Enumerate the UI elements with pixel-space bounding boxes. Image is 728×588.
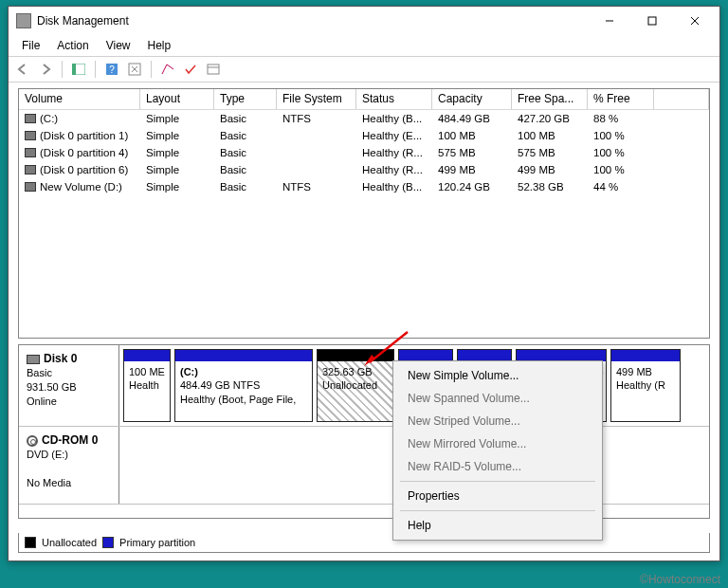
col-status[interactable]: Status	[356, 89, 432, 109]
disk0-type: Basic	[27, 367, 52, 378]
legend-primary: Primary partition	[119, 537, 195, 548]
cdrom-status: No Media	[27, 477, 71, 488]
col-layout[interactable]: Layout	[140, 89, 214, 109]
disk0-name: Disk 0	[44, 352, 77, 365]
cdrom-icon	[27, 435, 38, 447]
disk0-status: Online	[27, 395, 57, 407]
context-menu: New Simple Volume...New Spanned Volume..…	[392, 360, 603, 541]
arrow-annotation	[362, 330, 411, 368]
menubar: File Action View Help	[9, 35, 719, 56]
view-icon[interactable]	[68, 59, 89, 80]
forward-button[interactable]	[35, 59, 56, 80]
legend: Unallocated Primary partition	[18, 533, 710, 553]
partition[interactable]: 499 MBHealthy (R	[610, 349, 681, 422]
context-menu-item[interactable]: New Simple Volume...	[396, 364, 599, 387]
minimize-button[interactable]	[588, 8, 630, 34]
svg-rect-1	[648, 17, 656, 25]
col-capacity[interactable]: Capacity	[432, 89, 512, 109]
back-button[interactable]	[12, 59, 33, 80]
context-menu-item[interactable]: Help	[396, 514, 599, 537]
col-type[interactable]: Type	[214, 89, 277, 109]
table-row[interactable]: (Disk 0 partition 6)SimpleBasicHealthy (…	[19, 161, 709, 178]
legend-unallocated: Unallocated	[42, 537, 97, 548]
svg-text:?: ?	[109, 64, 115, 75]
menu-view[interactable]: View	[99, 37, 138, 54]
check-icon[interactable]	[180, 59, 201, 80]
col-free[interactable]: Free Spa...	[512, 89, 588, 109]
cdrom-name: CD-ROM 0	[42, 433, 98, 447]
close-button[interactable]	[673, 8, 716, 34]
svg-line-11	[370, 332, 408, 362]
disk0-header[interactable]: Disk 0 Basic 931.50 GB Online	[19, 345, 119, 426]
svg-rect-9	[208, 64, 219, 74]
table-row[interactable]: (C:)SimpleBasicNTFSHealthy (B...484.49 G…	[19, 110, 709, 127]
context-menu-item: New Mirrored Volume...	[396, 432, 599, 455]
menu-help[interactable]: Help	[140, 37, 179, 54]
cdrom-header[interactable]: CD-ROM 0 DVD (E:) No Media	[19, 427, 119, 504]
table-row[interactable]: New Volume (D:)SimpleBasicNTFSHealthy (B…	[19, 178, 709, 195]
context-menu-item[interactable]: Properties	[396, 485, 599, 507]
table-row[interactable]: (Disk 0 partition 1)SimpleBasicHealthy (…	[19, 127, 709, 144]
watermark: ©Howtoconnect	[640, 573, 720, 586]
disk-management-window: Disk Management File Action View Help ? …	[8, 6, 720, 561]
context-menu-item: New RAID-5 Volume...	[396, 455, 599, 478]
disk0-size: 931.50 GB	[27, 381, 77, 393]
volume-list[interactable]: Volume Layout Type File System Status Ca…	[18, 88, 710, 339]
cdrom-drive: DVD (E:)	[27, 449, 68, 460]
disk-icon	[27, 355, 40, 364]
swatch-primary	[102, 537, 114, 548]
context-menu-item: New Spanned Volume...	[396, 387, 599, 410]
swatch-unallocated	[25, 537, 36, 548]
context-menu-item: New Striped Volume...	[396, 410, 599, 432]
disk-graphical-view[interactable]: Disk 0 Basic 931.50 GB Online 100 MEHeal…	[18, 344, 710, 519]
col-filesystem[interactable]: File System	[277, 89, 356, 109]
column-headers[interactable]: Volume Layout Type File System Status Ca…	[19, 89, 709, 110]
col-pct[interactable]: % Free	[588, 89, 654, 109]
partition[interactable]: 100 MEHealth	[123, 349, 171, 422]
partition[interactable]: (C:)484.49 GB NTFSHealthy (Boot, Page Fi…	[174, 349, 313, 422]
svg-rect-5	[72, 64, 76, 75]
menu-file[interactable]: File	[14, 37, 47, 54]
col-volume[interactable]: Volume	[19, 89, 140, 109]
action-icon[interactable]	[157, 59, 178, 80]
refresh-icon[interactable]	[124, 59, 145, 80]
maximize-button[interactable]	[630, 8, 673, 34]
help-icon[interactable]: ?	[101, 59, 122, 80]
table-row[interactable]: (Disk 0 partition 4)SimpleBasicHealthy (…	[19, 144, 709, 161]
list-icon[interactable]	[203, 59, 224, 80]
titlebar[interactable]: Disk Management	[9, 7, 719, 35]
toolbar: ?	[9, 56, 719, 83]
window-title: Disk Management	[37, 14, 588, 28]
app-icon	[16, 13, 31, 28]
menu-action[interactable]: Action	[49, 37, 96, 54]
